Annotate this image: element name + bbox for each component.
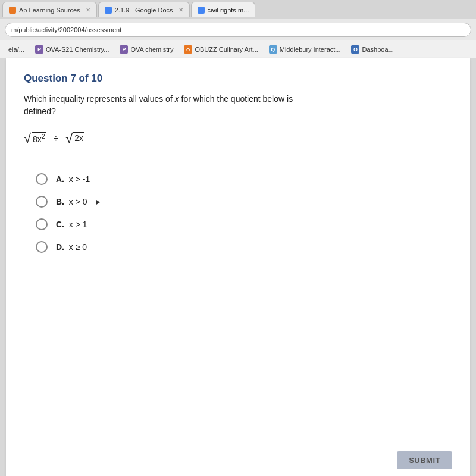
- tab-civil-rights[interactable]: civil rights m...: [191, 2, 256, 17]
- math-expression: √8x2 ÷ √2x: [24, 129, 452, 149]
- choice-label-b: B. x > 0: [56, 197, 100, 206]
- tab-icon-ap: [9, 7, 16, 14]
- bookmark-ela[interactable]: ela/...: [5, 45, 28, 54]
- question-text-part2: for which the quotient below is: [179, 94, 293, 104]
- choice-label-a: A. x > -1: [56, 174, 90, 184]
- address-bar[interactable]: m/public/activity/2002004/assessment: [5, 23, 471, 37]
- radio-d[interactable]: [36, 241, 48, 253]
- divider-line: [24, 161, 452, 161]
- cursor-pointer: [96, 200, 100, 205]
- main-content: Question 7 of 10 Which inequality repres…: [6, 58, 470, 476]
- bookmark-label-ela: ela/...: [8, 46, 24, 53]
- tab-google-docs[interactable]: 2.1.9 - Google Docs ✕: [98, 2, 190, 17]
- question-text-part3: defined?: [24, 107, 56, 116]
- bookmark-label-ova-chemistry: OVA chemistry: [130, 46, 173, 53]
- submit-container: SUBMIT: [6, 439, 470, 476]
- page-wrapper: Ap Learning Sources ✕ 2.1.9 - Google Doc…: [0, 0, 476, 476]
- bookmark-label-obuzz: OBUZZ Culinary Art...: [195, 46, 258, 53]
- answer-choices: A. x > -1 B. x > 0 C. x > 1 D. x ≥ 0: [24, 173, 452, 253]
- sqrt-numerator: √8x2: [24, 132, 46, 145]
- address-text: m/public/activity/2002004/assessment: [11, 26, 121, 33]
- bookmark-ova-s21[interactable]: P OVA-S21 Chemistry...: [32, 44, 113, 55]
- bookmark-obuzz[interactable]: O OBUZZ Culinary Art...: [180, 44, 261, 55]
- choice-label-d: D. x ≥ 0: [56, 242, 87, 252]
- address-bar-row: m/public/activity/2002004/assessment: [0, 19, 476, 40]
- submit-button[interactable]: SUBMIT: [397, 451, 452, 469]
- bookmark-icon-ova-chemistry: P: [120, 45, 128, 54]
- radical-content-1: 8x2: [32, 132, 46, 144]
- question-header: Question 7 of 10: [24, 73, 452, 84]
- question-text: Which inequality represents all values o…: [24, 93, 452, 118]
- tab-label-ap: Ap Learning Sources: [19, 7, 80, 14]
- tab-close-google[interactable]: ✕: [178, 7, 183, 13]
- question-text-part1: Which inequality represents all values o…: [24, 94, 175, 104]
- bookmark-icon-obuzz: O: [184, 45, 192, 54]
- tab-label-civil: civil rights m...: [208, 7, 249, 14]
- bookmark-dashboard[interactable]: O Dashboa...: [347, 44, 397, 55]
- radio-a[interactable]: [36, 173, 48, 185]
- bookmark-ova-chemistry[interactable]: P OVA chemistry: [116, 44, 177, 55]
- bookmark-label-ova-s21: OVA-S21 Chemistry...: [46, 46, 109, 53]
- radical-content-2: 2x: [73, 132, 84, 143]
- svg-text:O: O: [186, 47, 190, 52]
- radical-sign-1: √: [24, 132, 31, 145]
- tab-icon-civil: [198, 7, 205, 14]
- tab-close-ap[interactable]: ✕: [86, 7, 90, 13]
- choice-b[interactable]: B. x > 0: [36, 196, 452, 208]
- choice-label-c: C. x > 1: [56, 220, 87, 229]
- choice-c[interactable]: C. x > 1: [36, 218, 452, 230]
- bookmark-icon-dashboard: O: [351, 45, 359, 54]
- bookmarks-bar: ela/... P OVA-S21 Chemistry... P OVA che…: [0, 40, 476, 58]
- radio-c[interactable]: [36, 218, 48, 230]
- variable-x: x: [175, 94, 179, 104]
- bookmark-icon-ova-s21: P: [35, 45, 43, 54]
- radical-sign-2: √: [65, 132, 73, 145]
- division-symbol: ÷: [53, 133, 58, 144]
- bookmark-middlebury[interactable]: Q Middlebury Interact...: [265, 44, 345, 55]
- bookmark-icon-middlebury: Q: [269, 45, 277, 54]
- tab-bar: Ap Learning Sources ✕ 2.1.9 - Google Doc…: [0, 0, 476, 19]
- content-area: Question 7 of 10 Which inequality repres…: [6, 58, 470, 415]
- tab-label-google: 2.1.9 - Google Docs: [115, 7, 173, 14]
- choice-d[interactable]: D. x ≥ 0: [36, 241, 452, 253]
- radio-b[interactable]: [36, 196, 48, 208]
- tab-ap-learning[interactable]: Ap Learning Sources ✕: [2, 2, 97, 17]
- tab-icon-google: [105, 7, 112, 14]
- bookmark-label-middlebury: Middlebury Interact...: [280, 46, 341, 53]
- choice-a[interactable]: A. x > -1: [36, 173, 452, 185]
- sqrt-denominator: √2x: [65, 132, 84, 145]
- bookmark-label-dashboard: Dashboa...: [362, 46, 393, 53]
